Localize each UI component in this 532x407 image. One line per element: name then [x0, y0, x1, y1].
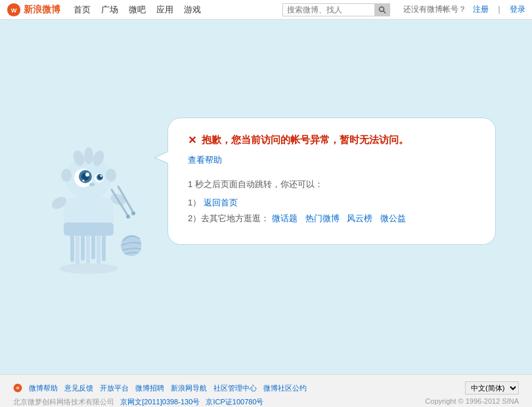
- nav-games[interactable]: 游戏: [184, 4, 201, 16]
- copyright-text: Copyright © 1996-2012 SINA: [425, 397, 519, 407]
- svg-point-35: [100, 175, 102, 177]
- svg-point-2: [380, 7, 384, 11]
- speech-bubble: ✕ 抱歉，您当前访问的帐号异常，暂时无法访问。 查看帮助 1 秒之后页面自动跳转…: [167, 118, 496, 245]
- hot-weibo-link[interactable]: 热门微博: [305, 213, 340, 225]
- nav-square[interactable]: 广场: [101, 4, 118, 16]
- nav-bar[interactable]: 微吧: [129, 4, 146, 16]
- option2-prefix: 2）去其它地方逛逛：: [188, 213, 269, 225]
- search-bar: [282, 3, 390, 16]
- charity-link[interactable]: 微公益: [380, 213, 406, 225]
- svg-point-4: [59, 263, 118, 274]
- nav-home[interactable]: 首页: [74, 4, 91, 16]
- svg-line-3: [384, 11, 386, 13]
- footer-feedback-link[interactable]: 意见反馈: [64, 383, 93, 393]
- svg-point-36: [89, 182, 95, 186]
- footer-jobs-link[interactable]: 微博招聘: [135, 383, 164, 393]
- logo-text: 新浪微博: [24, 4, 60, 16]
- error-title-text: 抱歉，您当前访问的帐号异常，暂时无法访问。: [202, 134, 409, 146]
- error-title: ✕ 抱歉，您当前访问的帐号异常，暂时无法访问。: [188, 134, 476, 146]
- search-icon: [378, 6, 386, 14]
- nav-links: 首页 广场 微吧 应用 游戏: [74, 4, 269, 16]
- error-x-icon: ✕: [188, 134, 196, 146]
- top-navigation: W 新浪微博 首页 广场 微吧 应用 游戏 还没有微博帐号？ 注册 ｜ 登录: [0, 0, 532, 20]
- nav-apps[interactable]: 应用: [156, 4, 173, 16]
- logo[interactable]: W 新浪微博: [7, 3, 60, 17]
- option1-prefix: 1）: [188, 197, 201, 209]
- footer-help-link[interactable]: 微博帮助: [29, 383, 58, 393]
- option1-row: 1） 返回首页: [188, 197, 476, 209]
- weibo-topic-link[interactable]: 微话题: [272, 213, 298, 225]
- company-name: 北京微梦创科网络技术有限公司: [13, 398, 114, 406]
- svg-point-31: [83, 179, 85, 181]
- svg-rect-14: [64, 223, 114, 236]
- footer-icp: 北京微梦创科网络技术有限公司 京网文[2011]0398-130号 京ICP证1…: [13, 397, 264, 407]
- footer-logo: W: [13, 383, 22, 393]
- login-link[interactable]: 登录: [510, 4, 525, 15]
- option2-row: 2）去其它地方逛逛： 微话题 热门微博 风云榜 微公益: [188, 213, 476, 225]
- footer-top: W 微博帮助 意见反馈 开放平台 微博招聘 新浪网导航 社区管理中心 微博社区公…: [13, 381, 519, 395]
- icp2-link[interactable]: 京ICP证100780号: [206, 398, 263, 406]
- footer-community-charter-link[interactable]: 微博社区公约: [263, 383, 307, 393]
- footer-bottom: 北京微梦创科网络技术有限公司 京网文[2011]0398-130号 京ICP证1…: [13, 397, 519, 407]
- countdown-text: 1 秒之后页面自动跳转，你还可以：: [188, 179, 323, 189]
- svg-point-23: [106, 169, 116, 182]
- footer-community-mgmt-link[interactable]: 社区管理中心: [213, 383, 257, 393]
- trending-link[interactable]: 风云榜: [347, 213, 372, 225]
- svg-text:W: W: [16, 386, 20, 390]
- svg-point-20: [131, 211, 135, 215]
- svg-point-25: [84, 147, 93, 164]
- footer-sina-nav-link[interactable]: 新浪网导航: [171, 383, 207, 393]
- svg-point-30: [85, 173, 89, 177]
- mascot-illustration: [36, 131, 148, 277]
- nav-right: 还没有微博帐号？ 注册 ｜ 登录: [403, 4, 525, 15]
- redirect-countdown: 1 秒之后页面自动跳转，你还可以：: [188, 177, 476, 192]
- weibo-logo-icon: W: [7, 3, 21, 17]
- search-button[interactable]: [374, 3, 390, 16]
- footer-weibo-icon: W: [13, 383, 22, 393]
- footer-lang-select[interactable]: 中文(简体): [465, 381, 519, 395]
- main-content: ✕ 抱歉，您当前访问的帐号异常，暂时无法访问。 查看帮助 1 秒之后页面自动跳转…: [0, 20, 532, 374]
- back-home-link[interactable]: 返回首页: [204, 197, 238, 209]
- svg-text:W: W: [11, 7, 17, 13]
- search-input[interactable]: [282, 3, 374, 16]
- footer-links: W 微博帮助 意见反馈 开放平台 微博招聘 新浪网导航 社区管理中心 微博社区公…: [13, 383, 307, 393]
- icp1-link[interactable]: 京网文[2011]0398-130号: [120, 398, 200, 406]
- lang-dropdown[interactable]: 中文(简体): [465, 381, 519, 395]
- mascot-svg: [36, 131, 141, 275]
- error-container: ✕ 抱歉，您当前访问的帐号异常，暂时无法访问。 查看帮助 1 秒之后页面自动跳转…: [36, 118, 496, 277]
- nav-divider: ｜: [495, 4, 503, 15]
- register-link[interactable]: 注册: [473, 4, 489, 15]
- help-link[interactable]: 查看帮助: [188, 154, 476, 166]
- svg-point-19: [126, 215, 130, 219]
- no-account-text: 还没有微博帐号？: [403, 4, 466, 15]
- svg-point-22: [61, 169, 72, 182]
- footer: W 微博帮助 意见反馈 开放平台 微博招聘 新浪网导航 社区管理中心 微博社区公…: [0, 374, 532, 407]
- footer-open-platform-link[interactable]: 开放平台: [100, 383, 129, 393]
